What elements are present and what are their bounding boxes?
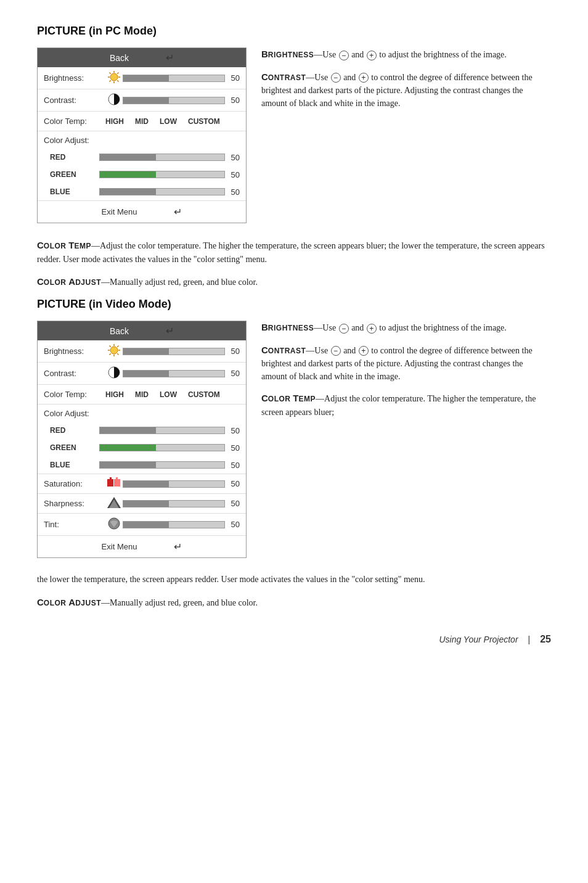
pc-brightness-track[interactable]: [123, 75, 225, 82]
pc-colortemp-mid[interactable]: MID: [135, 117, 149, 126]
video-red-bar-area: [99, 427, 225, 434]
video-blue-label: BLUE: [50, 461, 99, 469]
video-saturation-row: Saturation: 50: [38, 474, 246, 494]
pc-coloradjust-body: Color Adjust—Manually adjust red, green,…: [37, 274, 551, 289]
video-blue-track[interactable]: [99, 461, 225, 469]
video-colortemp-options: HIGH MID LOW CUSTOM: [105, 390, 220, 399]
svg-line-15: [110, 346, 111, 347]
video-colortemp-custom[interactable]: CUSTOM: [188, 390, 220, 399]
pc-contrast-fill: [123, 97, 169, 104]
video-description-col: Brightness—Use − and + to adjust the bri…: [261, 321, 551, 558]
video-coloradjust-section: Color Adjust: RED 50 GREEN 50: [38, 405, 246, 474]
video-tint-track[interactable]: [123, 521, 225, 528]
minus-btn-video-contrast: −: [331, 346, 341, 356]
video-tint-fill: [123, 522, 169, 528]
svg-rect-22: [110, 477, 112, 480]
video-colortemp-low[interactable]: LOW: [160, 390, 177, 399]
video-contrast-value: 50: [225, 369, 240, 378]
video-red-track[interactable]: [99, 427, 225, 434]
pc-menu-header: Back ↵: [38, 48, 246, 67]
pc-blue-row: BLUE 50: [38, 183, 246, 200]
video-coloradjust-body-title-first: C: [37, 597, 44, 607]
video-coloradjust-body-title-A: A: [68, 597, 75, 607]
svg-line-6: [117, 80, 118, 81]
video-saturation-track[interactable]: [123, 480, 225, 488]
video-sharpness-value: 50: [225, 499, 240, 508]
pc-blue-track[interactable]: [99, 188, 225, 195]
video-green-track[interactable]: [99, 444, 225, 451]
pc-blue-bar-area: [99, 188, 225, 195]
pc-coloradjust-section: Color Adjust: RED 50 GREEN: [38, 131, 246, 201]
pc-exit-row[interactable]: Exit Menu ↵: [38, 201, 246, 223]
video-colortemp-desc-title-emp: emp: [299, 395, 316, 403]
video-contrast-track[interactable]: [123, 370, 225, 377]
video-colortemp-desc-title-rest: olor: [268, 395, 293, 403]
video-contrast-icon: [105, 366, 123, 381]
pc-contrast-value: 50: [225, 96, 240, 105]
svg-line-8: [110, 80, 111, 81]
pc-colortemp-high[interactable]: HIGH: [105, 117, 124, 126]
pc-blue-fill: [100, 189, 156, 195]
tint-icon: [105, 517, 123, 532]
video-sharpness-bar-area: [123, 500, 225, 507]
pc-brightness-label: Brightness:: [44, 73, 105, 83]
pc-coloradjust-body-title-A: A: [68, 276, 75, 287]
pc-colortemp-low[interactable]: LOW: [160, 117, 177, 126]
pc-colortemp-body-title-first: C: [37, 240, 44, 250]
video-colortemp-high[interactable]: HIGH: [105, 390, 124, 399]
contrast-icon: [105, 92, 123, 108]
video-exit-label: Exit Menu: [102, 542, 137, 551]
brightness-icon: [105, 70, 123, 86]
svg-line-7: [117, 73, 118, 74]
pc-green-row: GREEN 50: [38, 166, 246, 183]
pc-brightness-bar-area: [123, 75, 225, 82]
video-sharpness-row: Sharpness: 50: [38, 494, 246, 514]
pc-contrast-desc-title-first: C: [261, 72, 268, 82]
video-brightness-label: Brightness:: [44, 347, 105, 356]
svg-line-17: [117, 346, 118, 347]
pc-menu-panel: Back ↵ Brightness:: [37, 47, 247, 223]
plus-btn-pc-contrast: +: [359, 73, 369, 83]
video-colortemp-mid[interactable]: MID: [135, 390, 149, 399]
video-colortemp-body-lower: the lower the temperature, the screen ap…: [37, 573, 551, 586]
pc-green-fill: [100, 171, 156, 178]
plus-btn-video-bright: +: [367, 324, 377, 334]
pc-coloradjust-label: Color Adjust:: [44, 136, 105, 145]
page-footer: Using Your Projector | 25: [37, 634, 551, 645]
video-exit-row[interactable]: Exit Menu ↵: [38, 536, 246, 557]
pc-red-track[interactable]: [99, 154, 225, 161]
video-blue-row: BLUE 50: [38, 456, 246, 474]
minus-btn-pc-bright: −: [339, 51, 349, 60]
pc-contrast-track[interactable]: [123, 97, 225, 104]
saturation-icon: [105, 477, 123, 490]
pc-red-fill: [100, 154, 156, 160]
pc-brightness-row: Brightness: 50: [38, 67, 246, 89]
video-saturation-value: 50: [225, 479, 240, 488]
video-brightness-desc-title-rest: rightness: [268, 324, 314, 332]
pc-colortemp-options: HIGH MID LOW CUSTOM: [105, 117, 220, 126]
video-red-row: RED 50: [38, 422, 246, 439]
video-colortemp-desc-title-first: C: [261, 393, 268, 403]
pc-back-label: Back: [110, 53, 129, 63]
pc-contrast-label: Contrast:: [44, 96, 105, 105]
pc-red-label: RED: [50, 153, 99, 162]
pc-green-label: GREEN: [50, 170, 99, 179]
video-brightness-value: 50: [225, 347, 240, 356]
plus-btn-video-contrast: +: [359, 346, 369, 356]
pc-red-row: RED 50: [38, 149, 246, 166]
video-exit-arrow: ↵: [174, 541, 182, 552]
video-saturation-fill: [123, 481, 169, 487]
minus-btn-pc-contrast: −: [331, 73, 341, 83]
video-green-value: 50: [225, 443, 240, 453]
pc-colortemp-custom[interactable]: CUSTOM: [188, 117, 220, 126]
pc-contrast-bar-area: [123, 97, 225, 104]
video-green-label: GREEN: [50, 443, 99, 452]
pc-colortemp-body-title-T: T: [68, 240, 74, 250]
video-sharpness-track[interactable]: [123, 500, 225, 507]
svg-line-18: [110, 353, 111, 355]
pc-green-track[interactable]: [99, 171, 225, 178]
pc-blue-label: BLUE: [50, 187, 99, 196]
pc-enter-arrow: ↵: [166, 52, 174, 64]
video-brightness-track[interactable]: [123, 348, 225, 355]
pc-blue-value: 50: [225, 187, 240, 197]
